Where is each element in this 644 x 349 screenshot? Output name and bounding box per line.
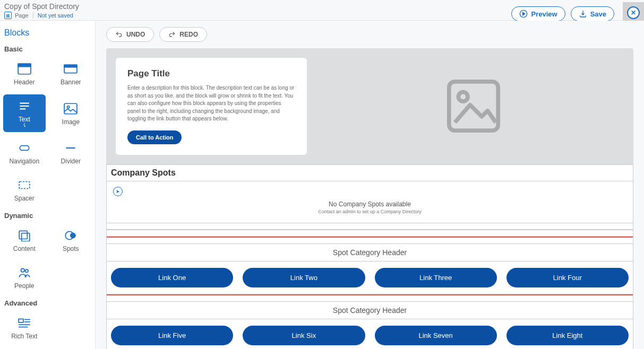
redo-button[interactable]: REDO <box>159 27 207 42</box>
arrow-icon: ➤ <box>113 187 123 196</box>
link-seven[interactable]: Link Seven <box>375 326 497 345</box>
banner-icon <box>64 63 78 75</box>
cursor-icon: ⤹ <box>22 122 27 128</box>
sidebar-title: Blocks <box>3 28 92 38</box>
svg-rect-19 <box>19 319 23 322</box>
image-icon <box>64 103 78 115</box>
svg-rect-4 <box>64 65 77 67</box>
svg-point-18 <box>25 269 28 272</box>
hero-title: Page Title <box>127 68 295 79</box>
svg-rect-14 <box>21 233 29 241</box>
block-navigation[interactable]: Navigation <box>3 136 46 169</box>
svg-rect-8 <box>64 103 77 114</box>
company-spots-heading: Company Spots <box>107 165 633 181</box>
spacer-row[interactable] <box>107 230 633 237</box>
block-header[interactable]: Header <box>3 57 46 90</box>
svg-point-25 <box>458 92 468 102</box>
block-content[interactable]: Content <box>3 224 46 257</box>
redo-icon <box>168 31 176 38</box>
hero-image-placeholder <box>323 77 624 135</box>
spacer-row[interactable] <box>107 238 633 244</box>
content-icon <box>18 230 31 241</box>
spots-icon <box>64 230 78 241</box>
link-row-1: Link One Link Two Link Three Link Four <box>107 261 633 294</box>
page-icon: ▦ <box>4 12 12 19</box>
link-four[interactable]: Link Four <box>506 268 629 287</box>
category-header-2[interactable]: Spot Category Header <box>107 302 633 319</box>
save-status: Not yet saved <box>33 12 73 19</box>
link-two[interactable]: Link Two <box>243 268 365 287</box>
block-spacer[interactable]: Spacer <box>3 173 46 206</box>
block-divider[interactable]: Divider <box>50 136 92 169</box>
preview-button[interactable]: Preview <box>511 6 565 21</box>
cta-button[interactable]: Call to Action <box>127 130 182 144</box>
block-text[interactable]: Text ⤹ <box>3 94 46 132</box>
link-one[interactable]: Link One <box>111 268 233 287</box>
svg-point-16 <box>70 233 76 239</box>
download-icon <box>579 10 587 18</box>
save-button[interactable]: Save <box>571 6 614 21</box>
text-icon <box>18 100 31 112</box>
navigation-icon <box>18 142 31 154</box>
save-label: Save <box>590 10 606 18</box>
spacer-row[interactable] <box>107 223 633 230</box>
blocks-sidebar: Blocks Basic Header Banner Text ⤹ Image <box>0 21 96 349</box>
company-spots-empty[interactable]: ➤ No Company Spots available Contact an … <box>107 181 633 223</box>
link-five[interactable]: Link Five <box>111 326 233 345</box>
divider-icon <box>64 142 78 154</box>
section-dynamic: Dynamic <box>4 212 92 220</box>
spacer-icon <box>18 179 31 191</box>
section-basic: Basic <box>4 45 92 53</box>
svg-point-17 <box>21 268 24 272</box>
close-icon: ✕ <box>627 6 640 19</box>
image-placeholder-icon <box>444 77 503 135</box>
block-richtext[interactable]: Rich Text <box>3 311 46 344</box>
empty-primary: No Company Spots available <box>107 200 633 208</box>
block-people[interactable]: People <box>3 261 46 294</box>
people-icon <box>18 267 31 278</box>
top-bar: Copy of Spot Directory ▦ Page Not yet sa… <box>0 0 644 21</box>
block-image[interactable]: Image <box>50 94 92 132</box>
hero-description: Enter a description for this block. The … <box>127 84 295 123</box>
link-six[interactable]: Link Six <box>243 326 365 345</box>
svg-point-9 <box>67 106 70 108</box>
hero-block[interactable]: Page Title Enter a description for this … <box>106 48 633 164</box>
richtext-icon <box>18 317 31 329</box>
page-title: Copy of Spot Directory <box>4 2 79 11</box>
close-button[interactable]: ✕ <box>623 2 644 23</box>
undo-icon <box>115 31 123 38</box>
block-banner[interactable]: Banner <box>50 57 92 90</box>
link-three[interactable]: Link Three <box>375 268 497 287</box>
svg-rect-10 <box>20 146 29 151</box>
section-advanced: Advanced <box>4 299 92 307</box>
category-header-1[interactable]: Spot Category Header <box>107 244 633 261</box>
play-icon <box>519 10 528 18</box>
svg-rect-2 <box>18 64 31 66</box>
editor-canvas: UNDO REDO Page Title Enter a description… <box>96 21 644 349</box>
preview-label: Preview <box>531 10 557 18</box>
link-eight[interactable]: Link Eight <box>506 326 629 345</box>
svg-rect-12 <box>19 182 30 189</box>
link-row-2: Link Five Link Six Link Seven Link Eight <box>107 319 633 350</box>
svg-rect-13 <box>19 231 27 239</box>
header-icon <box>18 63 31 75</box>
page-type: Page <box>15 12 29 19</box>
undo-button[interactable]: UNDO <box>106 27 154 42</box>
empty-secondary: Contact an admin to set up a Company Dir… <box>107 209 633 214</box>
block-spots[interactable]: Spots <box>50 224 92 257</box>
spacer-row[interactable] <box>107 295 633 302</box>
